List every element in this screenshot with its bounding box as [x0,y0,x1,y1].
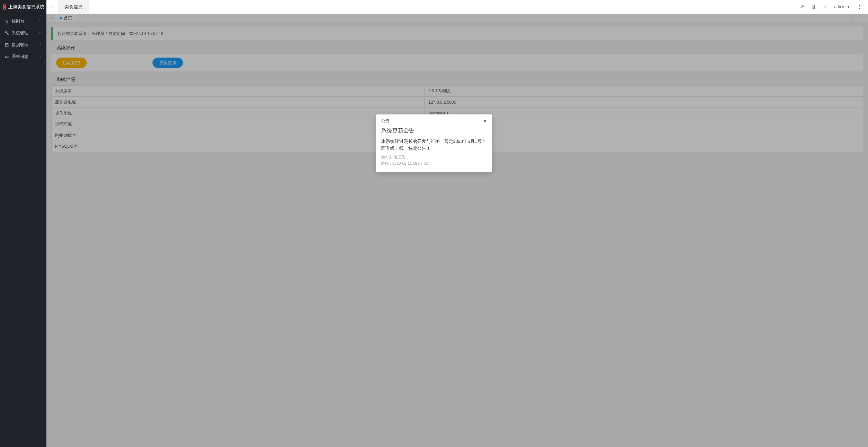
watermark: CSDN @是云猿实战 [826,438,864,444]
top-right-actions: ⟳ 🗑 ⤢ admin ▼ ⋮ [797,0,868,14]
sidebar-item-system-manage[interactable]: 🔧 系统管理 ﹀ [0,27,46,39]
wrench-icon: 🔧 [4,31,9,35]
top-header: ≡ 美食信息 ⟳ 🗑 ⤢ admin ▼ ⋮ [46,0,868,14]
logo-icon [3,4,6,10]
chevron-down-icon: ﹀ [39,31,42,35]
sidebar-item-console[interactable]: ⌂ 控制台 ﹀ [0,15,46,27]
announcement-modal: 公告 ✕ 系统更新公告 本系统经过漫长的开发与维护，暂定2023年5月1号全面升… [376,114,492,172]
caret-down-icon: ▼ [847,5,850,9]
sidebar-item-label: 系统日志 [12,54,28,60]
data-icon: ▤ [4,42,9,47]
more-button[interactable]: ⋮ [854,0,865,14]
chevron-down-icon: ﹀ [39,54,42,59]
chevron-down-icon: ﹀ [39,42,42,47]
trash-icon: 🗑 [812,4,816,9]
top-nav-tabs: 美食信息 [58,0,89,14]
modal-header: 公告 ✕ [376,114,492,127]
modal-overlay[interactable] [46,14,868,447]
delete-button[interactable]: 🗑 [808,0,819,14]
modal-close-button[interactable]: ✕ [483,118,487,124]
refresh-button[interactable]: ⟳ [797,0,808,14]
sidebar-item-label: 数据管理 [12,42,28,48]
expand-icon: ⤢ [823,4,827,9]
menu-icon: ≡ [51,4,54,10]
laptop-icon: ▭ [4,54,9,59]
tab-label: 美食信息 [64,4,82,10]
menu-toggle-button[interactable]: ≡ [46,0,58,14]
modal-header-title: 公告 [381,118,389,124]
logo-area: 上海美食信息系统 [0,0,46,14]
home-icon: ⌂ [4,19,9,24]
close-icon: ✕ [483,118,487,124]
top-tab-food-info[interactable]: 美食信息 [58,0,89,14]
modal-body: 系统更新公告 本系统经过漫长的开发与维护，暂定2023年5月1号全面升级上线，特… [376,127,492,172]
modal-text: 本系统经过漫长的开发与维护，暂定2023年5月1号全面升级上线，特此公告！ [381,138,487,152]
sidebar-item-label: 系统管理 [12,30,28,36]
more-icon: ⋮ [857,4,862,9]
modal-time: 时间：2023-02-11 16:07:02 [381,161,487,167]
modal-title: 系统更新公告 [381,127,487,135]
sidebar: 上海美食信息系统 ⌂ 控制台 ﹀ 🔧 系统管理 ﹀ ▤ 数据管理 ﹀ ▭ 系统日… [0,0,46,447]
modal-author: 发布人:管理员 [381,154,487,161]
sidebar-item-system-log[interactable]: ▭ 系统日志 ﹀ [0,51,46,62]
sidebar-item-data-manage[interactable]: ▤ 数据管理 ﹀ [0,39,46,51]
user-menu[interactable]: admin ▼ [831,5,853,9]
side-menu: ⌂ 控制台 ﹀ 🔧 系统管理 ﹀ ▤ 数据管理 ﹀ ▭ 系统日志 ﹀ [0,14,46,447]
sidebar-item-label: 控制台 [12,18,24,24]
user-name: admin [834,5,845,9]
refresh-icon: ⟳ [801,4,805,9]
app-title: 上海美食信息系统 [8,4,44,10]
fullscreen-button[interactable]: ⤢ [819,0,830,14]
chevron-down-icon: ﹀ [39,19,42,24]
